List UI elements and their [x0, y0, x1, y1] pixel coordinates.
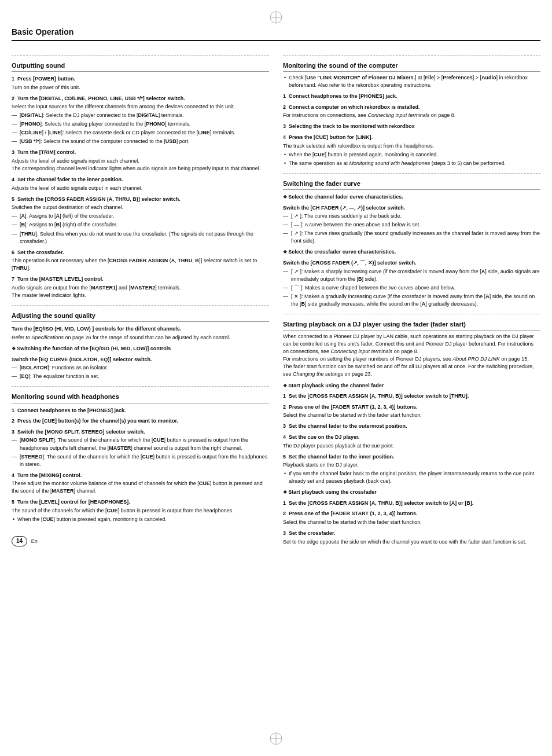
fs-cross-step-2-body: Select the channel to be started with th…: [283, 519, 540, 526]
fs-ch-step-2-body: Select the channel to be started with th…: [283, 412, 540, 419]
hp-step-5-heading: 5 Turn the [LEVEL] control for [HEADPHON…: [12, 498, 269, 506]
fs-cross-step-2-heading: 2 Press one of the [FADER START (1, 2, 3…: [283, 510, 540, 518]
eq-dash-2: [EQ]: The equalizer function is set.: [20, 373, 269, 380]
step-4-heading: 4 Set the channel fader to the inner pos…: [12, 176, 269, 184]
subsection-outputting-sound: Outputting sound: [12, 61, 269, 72]
eq-curve-heading: Switch the [EQ CURVE (ISOLATOR, EQ)] sel…: [12, 356, 269, 364]
step-1-body: Turn on the power of this unit.: [12, 84, 269, 91]
fs-ch-step-5-body: Playback starts on the DJ player.: [283, 461, 540, 469]
diamond-channel-fader-start: Start playback using the channel fader: [283, 382, 540, 390]
subsection-monitoring-computer: Monitoring the sound of the computer: [283, 61, 540, 72]
hp-step-4-heading: 4 Turn the [MIXING] control.: [12, 472, 269, 479]
right-column: Monitoring the sound of the computer Che…: [283, 49, 540, 727]
main-title-section: Basic Operation: [12, 27, 540, 45]
step-2-dash-3: [CD/LINE] / [LINE]: Selects the cassette…: [20, 129, 269, 137]
step-7-body: Audio signals are output from the [MASTE…: [12, 284, 269, 299]
step-1-heading: 1 Press [POWER] button.: [12, 75, 269, 83]
mc-step-1-heading: 1 Connect headphones to the [PHONES] jac…: [283, 93, 540, 100]
step-5-heading: 5 Switch the [CROSS FADER ASSIGN (A, THR…: [12, 196, 269, 203]
diamond-crossfader-start-label: Start playback using the crossfader: [283, 489, 377, 495]
hp-step-5-body: The sound of the channels for which the …: [12, 507, 269, 515]
diamond-ch-fader: Select the channel fader curve character…: [283, 193, 540, 201]
separator-r1: [283, 55, 540, 56]
step-2-body: Select the input sources for the differe…: [12, 103, 269, 111]
step-5-dash-2: [B]: Assigns to [B] (right) of the cross…: [20, 221, 269, 229]
step-6-heading: 6 Set the crossfader.: [12, 249, 269, 256]
bottom-target-decoration: [12, 732, 540, 746]
step-3-heading: 3 Turn the [TRIM] control.: [12, 149, 269, 156]
fs-ch-step-1-heading: 1 Set the [CROSS FADER ASSIGN (A, THRU, …: [283, 392, 540, 400]
step-7-heading: 7 Turn the [MASTER LEVEL] control.: [12, 276, 269, 283]
diamond-crossfader-start: Start playback using the crossfader: [283, 489, 540, 496]
step-5-dash-1: [A]: Assigns to [A] (left) of the crossf…: [20, 212, 269, 220]
ch-fader-dash-2: [ — ]: A curve between the ones above an…: [291, 221, 540, 229]
fader-start-intro: When connected to a Pioneer DJ player by…: [283, 333, 540, 378]
step-2-dash-1: [DIGITAL]: Selects the DJ player connect…: [20, 112, 269, 119]
monitor-bullet-1: Check [Use "LINK MONITOR" of Pioneer DJ …: [289, 74, 540, 89]
fs-ch-step-3-heading: 3 Set the channel fader to the outermost…: [283, 423, 540, 430]
hp-step-1-heading: 1 Connect headphones to the [PHONES] jac…: [12, 407, 269, 414]
two-column-layout: Outputting sound 1 Press [POWER] button.…: [12, 49, 540, 727]
ch-fader-dash-3: [ ↗ ]: The curve rises gradually (the so…: [291, 230, 540, 245]
cross-fader-dash-1: [ ↗ ]: Makes a sharply increasing curve …: [291, 268, 540, 283]
ch-fader-dash-1: [ ↗ ]: The curve rises suddenly at the b…: [291, 212, 540, 220]
step-5-body: Switches the output destination of each …: [12, 204, 269, 211]
cross-fader-heading: Switch the [CROSS FADER (↗, ⌒, ✕)] selec…: [283, 259, 540, 267]
diamond-channel-fader-start-label: Start playback using the channel fader: [283, 383, 384, 388]
eq-step-heading: Turn the [EQ/ISO (HI, MID, LOW) ] contro…: [12, 325, 269, 333]
diamond-crossfader: Select the crossfader curve characterist…: [283, 248, 540, 256]
hp-step-2-heading: 2 Press the [CUE] button(s) for the chan…: [12, 417, 269, 425]
ch-fader-heading: Switch the [CH FADER (↗, —, ↗)] selector…: [283, 204, 540, 212]
subsection-headphones: Monitoring sound with headphones: [12, 392, 269, 403]
left-column: Outputting sound 1 Press [POWER] button.…: [12, 49, 269, 727]
hp-step-5-bullet: When the [CUE] button is pressed again, …: [17, 516, 269, 523]
mc-step-4-body: The track selected with rekordbox is out…: [283, 142, 540, 150]
step-6-body: This operation is not necessary when the…: [12, 257, 269, 272]
step-5-dash-3: [THRU]: Select this when you do not want…: [20, 230, 269, 245]
fs-cross-step-3-heading: 3 Set the crossfader.: [283, 530, 540, 537]
separator-r3: [283, 314, 540, 314]
fs-ch-step-5-heading: 5 Set the channel fader to the inner pos…: [283, 453, 540, 461]
fs-cross-step-3-body: Set to the edge opposite the side on whi…: [283, 538, 540, 546]
subsection-fader-start: Starting playback on a DJ player using t…: [283, 320, 540, 331]
step-2-heading: 2 Turn the [DIGITAL, CD/LINE, PHONO, LIN…: [12, 95, 269, 102]
fs-ch-step-4-body: The DJ player pauses playback at the cue…: [283, 442, 540, 450]
top-target-decoration: [12, 10, 540, 24]
separator-r2: [283, 173, 540, 174]
subsection-fader-curve: Switching the fader curve: [283, 179, 540, 190]
step-2-dash-2: [PHONO]: Selects the analog player conne…: [20, 120, 269, 128]
separator-2: [12, 305, 269, 306]
fs-ch-step-2-heading: 2 Press one of the [FADER START (1, 2, 3…: [283, 403, 540, 411]
step-3-body: Adjusts the level of audio signals input…: [12, 157, 269, 173]
mc-step-2-heading: 2 Connect a computer on which rekordbox …: [283, 104, 540, 111]
hp-step-3-dash-2: [STEREO]: The sound of the channels for …: [20, 453, 269, 468]
mc-step-3-heading: 3 Selecting the track to be monitored wi…: [283, 123, 540, 130]
separator-1: [12, 55, 269, 56]
step-4-body: Adjusts the level of audio signals outpu…: [12, 185, 269, 192]
page-title: Basic Operation: [12, 27, 540, 41]
diamond-eq-label: Switching the function of the [EQ/ISO (H…: [12, 346, 171, 351]
hp-step-3-dash-1: [MONO SPLIT]: The sound of the channels …: [20, 436, 269, 452]
eq-dash-1: [ISOLATOR]: Functions as an isolator.: [20, 364, 269, 372]
subsection-sound-quality: Adjusting the sound quality: [12, 311, 269, 322]
hp-step-3-heading: 3 Switch the [MONO SPLIT, STEREO] select…: [12, 428, 269, 436]
diamond-crossfader-label: Select the crossfader curve characterist…: [283, 249, 396, 255]
hp-step-4-body: These adjust the monitor volume balance …: [12, 480, 269, 495]
eq-step-body: Refer to Specifications on page 26 for t…: [12, 334, 269, 342]
separator-3: [12, 386, 269, 387]
diamond-ch-fader-label: Select the channel fader curve character…: [283, 194, 403, 200]
page: Basic Operation Outputting sound 1 Press…: [0, 0, 552, 756]
fs-cross-step-1-heading: 1 Set the [CROSS FADER ASSIGN (A, THRU, …: [283, 500, 540, 507]
step-2-dash-4: [USB */*]: Selects the sound of the comp…: [20, 138, 269, 145]
mc-step-2-body: For instructions on connections, see Con…: [283, 112, 540, 119]
fs-ch-step-5-bullet: If you set the channel fader back to the…: [289, 470, 540, 485]
mc-step-4-bullet-1: When the [CUE] button is pressed again, …: [289, 151, 540, 159]
page-number-area: 14 En: [12, 533, 269, 546]
fs-ch-step-4-heading: 4 Set the cue on the DJ player.: [283, 434, 540, 441]
page-lang: En: [31, 538, 38, 544]
page-number: 14: [12, 536, 27, 546]
mc-step-4-bullet-2: The same operation as at Monitoring soun…: [289, 160, 540, 167]
cross-fader-dash-3: [ ✕ ]: Makes a gradually increasing curv…: [291, 293, 540, 308]
mc-step-4-heading: 4 Press the [CUE] button for [LINK].: [283, 134, 540, 141]
cross-fader-dash-2: [ ⌒ ]: Makes a curve shaped between the …: [291, 284, 540, 292]
